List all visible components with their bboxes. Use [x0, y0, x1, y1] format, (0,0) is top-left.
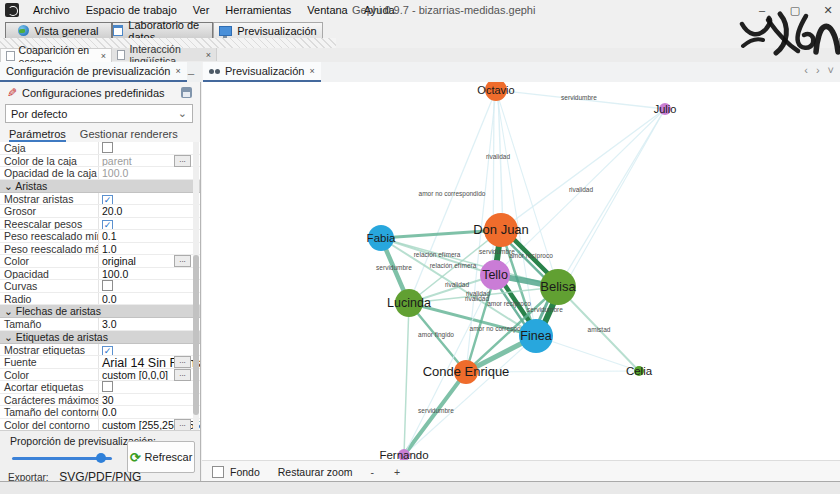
scrollbar-thumb[interactable] [193, 255, 199, 415]
property-value[interactable] [98, 280, 200, 292]
graph-edge [404, 336, 536, 455]
property-value[interactable]: 30 [98, 394, 200, 406]
property-value[interactable]: 20.0 [98, 205, 200, 217]
scroll-tabs-right-icon[interactable]: › [816, 64, 820, 76]
close-tab-icon[interactable]: × [175, 66, 180, 76]
property-row: Colororiginal... [0, 255, 200, 268]
property-label: Carácteres máximos [0, 394, 98, 406]
property-value[interactable]: 100.0 [98, 167, 200, 179]
checkbox[interactable]: ✓ [102, 195, 113, 205]
zoom-in-button[interactable]: + [394, 466, 400, 478]
property-value[interactable]: 0.0 [98, 293, 200, 305]
close-tab-icon[interactable]: × [309, 66, 314, 76]
node-label: Julio [654, 103, 677, 115]
tab-list-icon[interactable]: ˅ [828, 64, 834, 76]
property-value[interactable]: 0.0 [98, 406, 200, 418]
restaurar-zoom-button[interactable]: Restaurar zoom [278, 466, 353, 478]
property-table: CajaColor de la cajaparent...Opacidad de… [0, 142, 200, 430]
minimize-window-icon[interactable]: – [756, 4, 768, 16]
ellipsis-button[interactable]: ... [174, 369, 191, 381]
node-label: Conde Enrique [423, 364, 510, 379]
node-label: Fabia [367, 232, 396, 244]
node-label: Celia [626, 365, 653, 377]
preset-select[interactable]: Por defecto ⌄ [5, 104, 193, 123]
property-label: Reescalar pesos [0, 218, 98, 230]
close-tab-icon[interactable]: × [101, 51, 106, 61]
property-label: Grosor [0, 205, 98, 217]
property-label: Color [0, 255, 98, 267]
preview-canvas-svg[interactable]: servidumbrerivalidadamor no correspondid… [202, 82, 840, 460]
minimize-panel-icon[interactable]: _ [188, 63, 194, 75]
edge-label: rivalidad [569, 186, 594, 193]
property-row: Colorcustom [0,0,0]... [0, 369, 200, 382]
preview-ratio-slider[interactable] [12, 453, 112, 463]
previsualizacion-button[interactable]: Previsualización [213, 22, 323, 39]
laboratorio-de-datos-button[interactable]: Laboratorio de datos [112, 22, 213, 39]
property-label: Peso reescalado máximo [0, 243, 98, 255]
menu-ventana[interactable]: Ventana [299, 0, 355, 20]
workspace-tab-interaccion[interactable]: Interacción lingüística × [112, 48, 217, 61]
property-value[interactable]: ✓ [98, 193, 200, 205]
property-table-scrollbar[interactable] [193, 142, 199, 430]
node-label: Tello [482, 268, 508, 282]
property-value[interactable]: 0.1 [98, 230, 200, 242]
property-value[interactable]: 100.0 [98, 268, 200, 280]
window-title: Gephi 0.9.7 - bizarrias-medidas.gephi [352, 0, 535, 20]
scroll-tabs-left-icon[interactable]: ‹ [804, 64, 808, 76]
section-header[interactable]: ⌄ Aristas [0, 180, 200, 193]
tab-gestionar-renderers[interactable]: Gestionar renderers [80, 128, 178, 143]
checkbox[interactable]: ✓ [102, 346, 113, 356]
menu-espacio-de-trabajo[interactable]: Espacio de trabajo [78, 0, 185, 20]
property-label: Color [0, 369, 98, 381]
title-bar: Archivo Espacio de trabajo Ver Herramien… [0, 0, 840, 20]
edge-label: servidumbre [418, 407, 454, 414]
property-row: Color del contornocustom [255,255,255]..… [0, 419, 200, 431]
close-tab-icon[interactable]: × [206, 50, 211, 60]
property-row: Opacidad de la caja100.0 [0, 167, 200, 180]
perspective-toolbar: Vista general Laboratorio de datos Previ… [0, 20, 840, 38]
property-row: Color de la cajaparent... [0, 155, 200, 168]
menu-herramientas[interactable]: Herramientas [217, 0, 299, 20]
property-row: Carácteres máximos30 [0, 394, 200, 407]
fondo-checkbox[interactable] [212, 466, 224, 478]
property-value[interactable] [98, 381, 200, 393]
zoom-out-button[interactable]: - [370, 466, 374, 478]
ellipsis-button[interactable]: ... [174, 419, 191, 431]
tab-parametros[interactable]: Parámetros [9, 128, 66, 143]
save-preset-icon[interactable] [181, 87, 192, 98]
maximize-window-icon[interactable]: ▢ [789, 4, 801, 17]
ellipsis-button[interactable]: ... [174, 356, 191, 368]
tab-configuracion-previsualizacion[interactable]: Configuración de previsualización × [0, 62, 187, 82]
section-header[interactable]: ⌄ Flechas de aristas [0, 305, 200, 318]
checkbox[interactable] [102, 280, 113, 291]
workspace-tab-coaparicion[interactable]: Coaparición en escena × [0, 48, 112, 62]
property-value[interactable]: 1.0 [98, 243, 200, 255]
ellipsis-button[interactable]: ... [174, 255, 191, 267]
checkbox[interactable]: ✓ [102, 220, 113, 230]
refrescar-button[interactable]: ⟳ Refrescar [127, 441, 195, 473]
property-label: Caja [0, 142, 98, 154]
section-header[interactable]: ⌄ Etiquetas de aristas [0, 331, 200, 344]
preview-canvas[interactable]: servidumbrerivalidadamor no correspondid… [202, 82, 840, 460]
property-label: Tamaño [0, 318, 98, 330]
property-value[interactable]: ✓ [98, 344, 200, 356]
property-value[interactable]: 3.0 [98, 318, 200, 330]
property-value[interactable]: ✓ [98, 218, 200, 230]
menu-ver[interactable]: Ver [185, 0, 218, 20]
property-value[interactable] [98, 142, 200, 154]
checkbox[interactable] [102, 142, 113, 153]
checkbox[interactable] [102, 381, 113, 392]
edge-label: rivalidad [445, 281, 470, 288]
menu-archivo[interactable]: Archivo [25, 0, 78, 20]
ellipsis-button[interactable]: ... [174, 155, 191, 167]
node-label: Lucinda [387, 296, 431, 310]
close-window-icon[interactable]: ✕ [822, 4, 834, 17]
slider-thumb[interactable] [96, 453, 106, 463]
edge-label: servidumbre [376, 264, 412, 271]
property-label: Color del contorno [0, 419, 98, 431]
edge-label: servidumbre [561, 94, 597, 101]
property-label: Curvas [0, 280, 98, 292]
tab-previsualizacion[interactable]: Previsualización × [203, 62, 321, 82]
edge-label: amor no correspondido [419, 190, 486, 198]
vista-general-button[interactable]: Vista general [5, 22, 112, 39]
